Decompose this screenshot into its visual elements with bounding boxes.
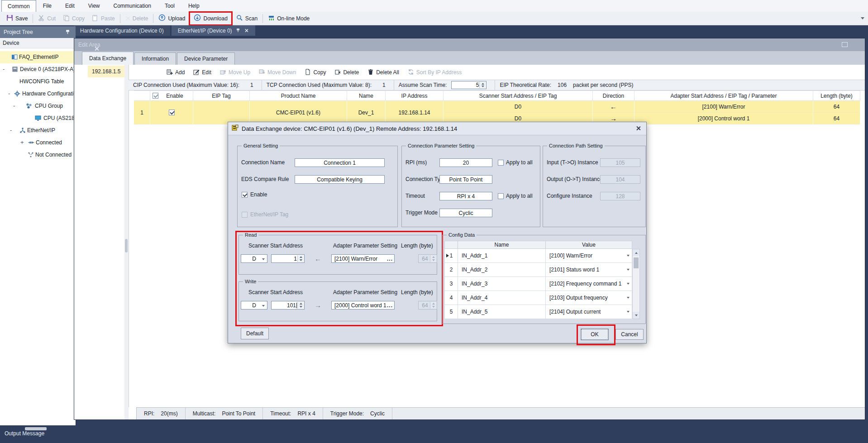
tab-ethernet-ip[interactable]: EtherNet/IP (Device 0) <box>172 25 255 36</box>
dropdown-icon[interactable] <box>627 311 630 313</box>
scan-time-input[interactable]: 5 <box>451 81 486 89</box>
spinner-buttons[interactable] <box>430 302 436 309</box>
tree-item-ethernet-ip[interactable]: EtherNet/IP <box>0 124 76 137</box>
scrollbar-thumb[interactable] <box>634 257 639 268</box>
scan-button[interactable]: Scan <box>233 13 261 24</box>
delete-button[interactable]: Delete <box>122 13 152 24</box>
close-icon[interactable] <box>244 29 248 33</box>
write-adapter-param-input[interactable]: [2000] Control word 1 ... <box>331 301 395 310</box>
configure-instance-field[interactable]: 128 <box>600 192 640 200</box>
dropdown-icon[interactable] <box>627 269 630 271</box>
read-start-address-input[interactable]: 1 <box>271 254 305 263</box>
close-icon[interactable] <box>636 126 641 131</box>
tab-hardware-configuration[interactable]: Hardware Configuration (Device 0) <box>74 25 170 36</box>
select-all-checkbox[interactable] <box>153 93 158 99</box>
connection-type-input[interactable]: Point To Point <box>439 175 492 184</box>
dropdown-icon[interactable] <box>627 297 630 299</box>
tree-item-not-connected[interactable]: Not Connected <box>0 149 76 161</box>
scrollbar-thumb[interactable] <box>125 239 128 252</box>
trigger-mode-input[interactable]: Cyclic <box>439 209 492 217</box>
default-button[interactable]: Default <box>241 328 269 339</box>
config-scrollbar[interactable] <box>632 249 640 319</box>
config-row-value-dropdown[interactable]: [2101] Status word 1 <box>546 263 632 277</box>
save-button[interactable]: Save <box>3 13 31 24</box>
sort-by-ip-button[interactable]: Sort By IP Address <box>408 69 462 76</box>
tree-item-hwconfig-table[interactable]: HWCONFIG Table <box>0 76 76 88</box>
tree-root-device[interactable]: Device <box>0 38 76 48</box>
menu-common[interactable]: Common <box>1 0 36 12</box>
tree-item-cpu[interactable]: CPU (AS218PX-A) <box>0 112 76 124</box>
spinner-buttons[interactable] <box>430 255 436 262</box>
timeout-input[interactable]: RPI x 4 <box>439 192 492 200</box>
config-row-value-dropdown[interactable]: [2104] Output current <box>546 305 632 319</box>
timeout-apply-to-all-checkbox[interactable] <box>498 193 504 199</box>
online-mode-button[interactable]: On-line Mode <box>264 13 313 24</box>
chevron-down-icon[interactable] <box>861 17 864 19</box>
menu-file[interactable]: File <box>36 0 58 12</box>
tree-item-hardware-configuration[interactable]: Hardware Configuration <box>0 88 76 100</box>
tree-item-faq-ethernetip[interactable]: FAQ_EthernetIP <box>0 51 76 63</box>
close-icon[interactable] <box>94 46 99 51</box>
table-row[interactable]: 1 CMC-EIP01 (v1.6) Dev_1 192.168.1.14 D0… <box>134 101 860 124</box>
menu-view[interactable]: View <box>81 0 107 12</box>
menu-help[interactable]: Help <box>181 0 206 12</box>
input-instance-field[interactable]: 105 <box>600 158 640 167</box>
scroll-down-icon[interactable] <box>633 312 639 319</box>
cut-button[interactable]: Cut <box>34 13 59 24</box>
dropdown-icon[interactable] <box>627 255 630 257</box>
dropdown-icon[interactable] <box>262 258 265 260</box>
dropdown-icon[interactable] <box>262 305 265 307</box>
move-up-button[interactable]: Move Up <box>220 69 250 76</box>
collapse-icon[interactable] <box>10 128 14 133</box>
tab-information[interactable]: Information <box>134 52 176 65</box>
rpi-apply-to-all-checkbox[interactable] <box>498 160 504 166</box>
enable-checkbox[interactable] <box>169 110 175 115</box>
pin-icon[interactable] <box>65 29 70 36</box>
delete-all-button[interactable]: Delete All <box>367 69 399 76</box>
tab-data-exchange[interactable]: Data Exchange <box>82 52 134 65</box>
edit-button[interactable]: Edit <box>193 69 211 76</box>
copy-button[interactable]: Copy <box>59 13 88 24</box>
delete-row-button[interactable]: Delete <box>334 69 359 76</box>
menu-communication[interactable]: Communication <box>107 0 158 12</box>
cancel-button[interactable]: Cancel <box>615 329 644 340</box>
ellipsis-icon[interactable]: ... <box>387 302 393 309</box>
collapse-icon[interactable] <box>13 103 17 108</box>
spinner-buttons[interactable] <box>479 82 486 88</box>
read-device-select[interactable]: D <box>241 254 267 263</box>
collapse-icon[interactable] <box>8 91 12 96</box>
read-adapter-param-input[interactable]: [2100] Warn/Error ... <box>331 254 395 263</box>
rpi-input[interactable]: 20 <box>439 158 492 167</box>
tree-item-cpu-group[interactable]: CPU Group <box>0 100 76 112</box>
tree-item-device-0[interactable]: Device 0 (AS218PX-A) <box>0 63 76 76</box>
upload-button[interactable]: Upload <box>155 13 189 24</box>
eds-compare-rule-input[interactable]: Compatible Keying <box>295 175 385 184</box>
ok-button[interactable]: OK <box>581 329 608 340</box>
config-row-value-dropdown[interactable]: [2102] Frequency command 1 <box>546 277 632 291</box>
tab-device-parameter[interactable]: Device Parameter <box>177 52 235 65</box>
menu-edit[interactable]: Edit <box>58 0 81 12</box>
pin-icon[interactable] <box>236 28 240 34</box>
connection-name-input[interactable]: Connection 1 <box>295 158 385 167</box>
scroll-up-icon[interactable] <box>633 249 639 256</box>
copy-row-button[interactable]: Copy <box>305 69 326 76</box>
write-length-field[interactable]: 64 <box>418 301 437 310</box>
spinner-buttons[interactable] <box>297 255 304 262</box>
ellipsis-icon[interactable]: ... <box>387 256 393 262</box>
dropdown-icon[interactable] <box>627 283 630 285</box>
ethernet-ip-tag-checkbox[interactable] <box>242 212 248 218</box>
expand-icon[interactable] <box>20 140 24 145</box>
config-row-value-dropdown[interactable]: [2103] Output frequency <box>546 291 632 305</box>
download-button[interactable]: Download <box>190 13 231 24</box>
menu-tool[interactable]: Tool <box>158 0 181 12</box>
enable-checkbox[interactable] <box>242 192 248 198</box>
read-length-field[interactable]: 64 <box>418 254 437 263</box>
paste-button[interactable]: Paste <box>88 13 119 24</box>
add-button[interactable]: Add <box>167 69 185 76</box>
maximize-icon[interactable] <box>842 42 848 47</box>
tree-item-connected[interactable]: Connected <box>0 137 76 149</box>
device-list-item[interactable]: 192.168.1.5 <box>88 66 124 77</box>
write-start-address-input[interactable]: 101 <box>271 301 305 310</box>
collapse-icon[interactable] <box>3 67 7 71</box>
move-down-button[interactable]: Move Down <box>259 69 296 76</box>
